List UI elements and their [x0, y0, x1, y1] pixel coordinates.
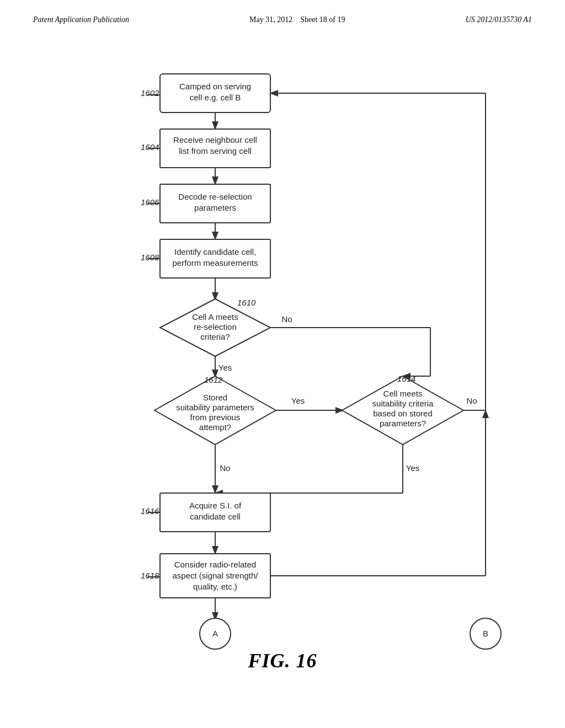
svg-text:criteria?: criteria?: [200, 332, 230, 341]
node-1608-text: Identify candidate cell,: [174, 247, 256, 256]
svg-text:candidate cell: candidate cell: [190, 512, 241, 521]
svg-text:from previous: from previous: [190, 413, 241, 422]
label-1604: 1604: [141, 142, 159, 152]
svg-text:attempt?: attempt?: [199, 422, 231, 432]
node-1606-text: Decode re-selection: [178, 192, 252, 201]
label-1612: 1612: [204, 375, 223, 384]
figure-label: FIG. 16: [248, 649, 317, 672]
node-1604-text: Receive neighbour cell: [173, 135, 257, 144]
label-1608: 1608: [141, 253, 159, 262]
node-1616-text: Acquire S.I. of: [189, 501, 242, 510]
svg-text:aspect (signal strength/: aspect (signal strength/: [172, 571, 258, 580]
yes-label-1614: Yes: [406, 463, 419, 473]
no-label-1612: No: [220, 463, 230, 473]
page-header: Patent Application Publication May 31, 2…: [0, 0, 565, 24]
svg-text:suitability criteria: suitability criteria: [372, 399, 434, 408]
node-1602-text: Camped on serving: [179, 82, 251, 91]
node-1610-text: Cell A meets: [192, 312, 238, 322]
svg-text:list from serving cell: list from serving cell: [179, 146, 252, 156]
node-1618-text: Consider radio-related: [174, 560, 256, 569]
no-label-1614: No: [466, 396, 477, 405]
node-1614-text: Cell meets: [383, 389, 423, 398]
header-center: May 31, 2012 Sheet 18 of 19: [249, 15, 345, 24]
label-1616: 1616: [141, 506, 159, 516]
yes-label-1612: Yes: [291, 396, 305, 405]
header-right: US 2012/0135730 A1: [466, 15, 532, 24]
svg-text:quality, etc.): quality, etc.): [193, 582, 237, 591]
svg-text:parameters: parameters: [194, 203, 236, 212]
label-1606: 1606: [141, 197, 159, 207]
label-1614: 1614: [397, 374, 415, 383]
label-1610: 1610: [237, 298, 256, 307]
yes-label-1610: Yes: [218, 363, 232, 372]
svg-text:parameters?: parameters?: [380, 419, 426, 428]
svg-text:suitability parameters: suitability parameters: [176, 403, 254, 412]
header-left: Patent Application Publication: [33, 15, 129, 24]
connector-a-label: A: [212, 629, 218, 638]
svg-text:re-selection: re-selection: [194, 322, 237, 331]
flowchart-svg: .box { fill: white; stroke: #333; stroke…: [0, 30, 565, 703]
label-1618: 1618: [141, 571, 159, 580]
label-1602: 1602: [141, 88, 159, 98]
diagram-area: .box { fill: white; stroke: #333; stroke…: [0, 30, 565, 703]
no-label-1610: No: [281, 314, 292, 324]
connector-b-label: B: [483, 629, 488, 638]
svg-text:perform measurements: perform measurements: [172, 258, 258, 267]
svg-text:based on stored: based on stored: [373, 409, 433, 418]
svg-text:cell e.g. cell B: cell e.g. cell B: [190, 93, 241, 102]
node-1612-text: Stored: [203, 393, 227, 402]
